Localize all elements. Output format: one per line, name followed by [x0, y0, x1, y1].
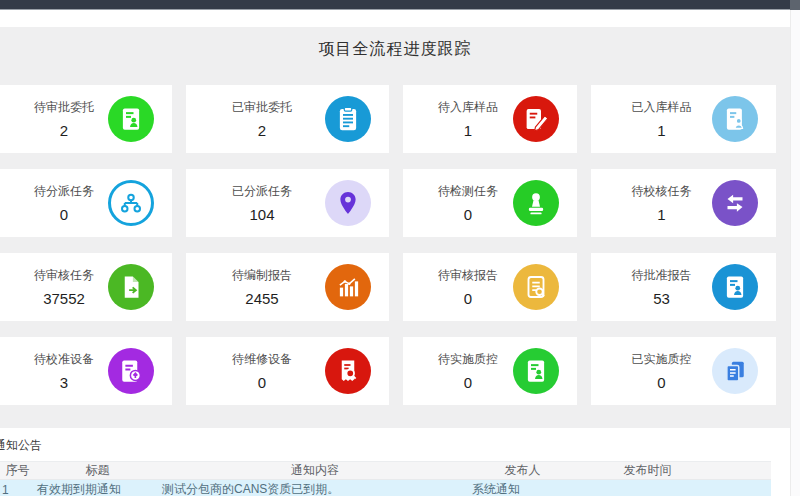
stat-card-value: 3: [60, 374, 68, 391]
stat-card-value: 0: [464, 290, 472, 307]
notice-table-cell: [575, 480, 720, 496]
notice-section-title: 通知公告: [0, 428, 790, 454]
notice-column-header: 发布人: [470, 462, 575, 480]
notice-table-cell: 有效期到期通知: [35, 480, 160, 496]
stat-card-text: 待检测任务0: [423, 183, 513, 223]
stat-card[interactable]: 待检测任务0: [403, 169, 577, 237]
stamp-icon: [513, 180, 559, 226]
stat-card-value: 1: [657, 206, 665, 223]
dashboard-page: 项目全流程进度跟踪 待审批委托2已审批委托2待入库样品1已入库样品1待分派任务0…: [0, 27, 790, 496]
notice-column-header: 通知内容: [160, 462, 470, 480]
stat-card-label: 已入库样品: [632, 99, 692, 116]
stat-card[interactable]: 已审批委托2: [186, 85, 389, 153]
stat-card-value: 53: [653, 290, 670, 307]
stat-card[interactable]: 待批准报告53: [591, 253, 776, 321]
doc-search-icon: [513, 264, 559, 310]
stat-card-text: 待实施质控0: [423, 351, 513, 391]
file-export-icon: [108, 264, 154, 310]
clipboard-icon: [325, 96, 371, 142]
stat-card-label: 待分派任务: [34, 183, 94, 200]
stat-card[interactable]: 待审核报告0: [403, 253, 577, 321]
stat-card-label: 待入库样品: [438, 99, 498, 116]
map-pin-icon: [325, 180, 371, 226]
notice-table-cell: 测试分包商的CANS资质已到期。: [160, 480, 470, 496]
doc-user-icon: [513, 348, 559, 394]
stat-card-text: 待编制报告2455: [206, 267, 318, 307]
scrollbar-corner: [790, 0, 800, 10]
stat-card[interactable]: 待维修设备0: [186, 337, 389, 405]
doc-upload-icon: [108, 348, 154, 394]
stat-card-text: 已分派任务104: [206, 183, 318, 223]
notice-table: 序号标题通知内容发布人发布时间 1有效期到期通知测试分包商的CANS资质已到期。…: [0, 461, 771, 496]
stat-card-text: 已实施质控0: [611, 351, 712, 391]
stat-card-text: 待维修设备0: [206, 351, 318, 391]
notice-section: 通知公告 序号标题通知内容发布人发布时间 1有效期到期通知测试分包商的CANS资…: [0, 428, 790, 496]
stat-card-text: 待批准报告53: [611, 267, 712, 307]
stat-card[interactable]: 待分派任务0: [0, 169, 172, 237]
stat-card-label: 待校准设备: [34, 351, 94, 368]
copy-pages-icon: [712, 348, 758, 394]
stat-card-text: 待校准设备3: [20, 351, 108, 391]
stat-card-text: 已入库样品1: [611, 99, 712, 139]
stat-card-value: 0: [60, 206, 68, 223]
notice-table-cell: 系统通知: [470, 480, 575, 496]
stat-card-label: 已审批委托: [232, 99, 292, 116]
stat-card[interactable]: 已实施质控0: [591, 337, 776, 405]
doc-person-icon: [108, 96, 154, 142]
stat-card-value: 2455: [245, 290, 278, 307]
doc-edit-icon: [513, 96, 559, 142]
stat-card-label: 待审核报告: [438, 267, 498, 284]
stat-card-value: 37552: [43, 290, 85, 307]
stat-card[interactable]: 待审核任务37552: [0, 253, 172, 321]
stat-card-label: 待审核任务: [34, 267, 94, 284]
notice-column-header: 标题: [35, 462, 160, 480]
receipt-search-icon: [325, 348, 371, 394]
stat-card-value: 0: [464, 206, 472, 223]
stat-card[interactable]: 待实施质控0: [403, 337, 577, 405]
stat-card-value: 2: [258, 122, 266, 139]
notice-table-row[interactable]: 1有效期到期通知测试分包商的CANS资质已到期。系统通知: [0, 480, 771, 496]
stat-card-label: 待审批委托: [34, 99, 94, 116]
stat-card-text: 待审批委托2: [20, 99, 108, 139]
stat-card[interactable]: 待入库样品1: [403, 85, 577, 153]
stat-card-label: 已实施质控: [632, 351, 692, 368]
notice-table-cell: 1: [0, 480, 35, 496]
stat-card-label: 待检测任务: [438, 183, 498, 200]
stat-card-label: 待批准报告: [632, 267, 692, 284]
scrollbar-track[interactable]: [790, 10, 800, 496]
doc-stamp-icon: [712, 96, 758, 142]
doc-user-icon: [712, 264, 758, 310]
stat-card-label: 待校核任务: [632, 183, 692, 200]
page-title: 项目全流程进度跟踪: [0, 39, 790, 60]
stat-card-value: 0: [258, 374, 266, 391]
stat-card-label: 待维修设备: [232, 351, 292, 368]
stat-card-text: 待入库样品1: [423, 99, 513, 139]
top-navigation-bar: [0, 0, 790, 10]
stat-card[interactable]: 待审批委托2: [0, 85, 172, 153]
stat-card-value: 0: [657, 374, 665, 391]
stat-card-text: 待分派任务0: [20, 183, 108, 223]
stat-card[interactable]: 待校核任务1: [591, 169, 776, 237]
stat-card-text: 待审核报告0: [423, 267, 513, 307]
notice-table-header-row: 序号标题通知内容发布人发布时间: [0, 462, 771, 480]
bar-chart-icon: [325, 264, 371, 310]
stat-card-value: 0: [464, 374, 472, 391]
stat-card[interactable]: 已分派任务104: [186, 169, 389, 237]
sitemap-icon: [108, 180, 154, 226]
stat-card-label: 待实施质控: [438, 351, 498, 368]
stat-card-value: 1: [657, 122, 665, 139]
stat-card[interactable]: 已入库样品1: [591, 85, 776, 153]
notice-column-header: 序号: [0, 462, 35, 480]
stat-card-label: 已分派任务: [232, 183, 292, 200]
stat-card[interactable]: 待校准设备3: [0, 337, 172, 405]
stat-card[interactable]: 待编制报告2455: [186, 253, 389, 321]
stat-card-value: 1: [464, 122, 472, 139]
stat-card-value: 104: [249, 206, 274, 223]
header-band: [0, 10, 800, 27]
stat-card-text: 已审批委托2: [206, 99, 318, 139]
swap-arrows-icon: [712, 180, 758, 226]
stat-card-value: 2: [60, 122, 68, 139]
stat-card-text: 待校核任务1: [611, 183, 712, 223]
stats-grid: 待审批委托2已审批委托2待入库样品1已入库样品1待分派任务0已分派任务104待检…: [0, 85, 776, 405]
stat-card-label: 待编制报告: [232, 267, 292, 284]
